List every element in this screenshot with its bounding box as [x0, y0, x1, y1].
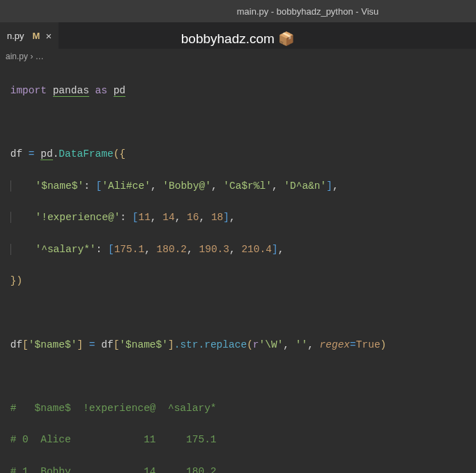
code-editor[interactable]: import pandas as pd df = pd.DataFrame({ …	[0, 64, 476, 473]
editor-tab-bar: n.py M ×	[0, 22, 476, 49]
tab-close-icon[interactable]: ×	[45, 30, 52, 42]
window-title-bar: main.py - bobbyhadz_python - Visu	[0, 0, 476, 22]
window-title: main.py - bobbyhadz_python - Visu	[237, 6, 379, 17]
editor-tab-main-py[interactable]: n.py M ×	[0, 22, 59, 49]
tab-filename: n.py	[7, 31, 24, 41]
tab-modified-indicator: M	[33, 31, 40, 41]
breadcrumb[interactable]: ain.py › …	[0, 49, 476, 64]
